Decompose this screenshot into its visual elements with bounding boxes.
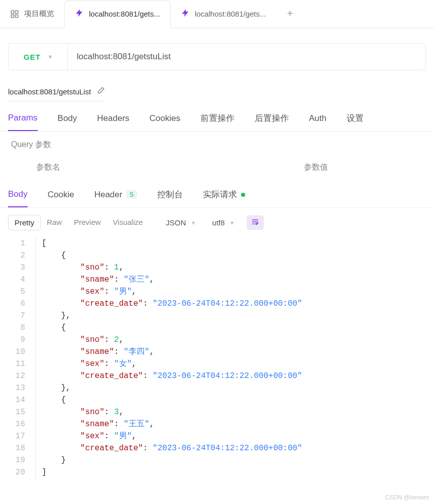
subtab-body[interactable]: Body (58, 113, 77, 131)
response-body-editor[interactable]: 1234567891011121314151617181920 [ { "sno… (0, 237, 434, 478)
request-name-row: localhost:8081/getstuList (8, 82, 105, 101)
url-input[interactable]: localhost:8081/getstuList (68, 52, 425, 62)
request-name: localhost:8081/getstuList (8, 87, 91, 96)
subtab-settings[interactable]: 设置 (347, 112, 364, 131)
tab-overview[interactable]: 项目概览 (0, 0, 64, 28)
query-section-label: Query 参数 (0, 132, 434, 158)
view-visualize[interactable]: Visualize (107, 215, 149, 230)
tab-active-label: localhost:8081/gets... (89, 10, 160, 18)
chevron-down-icon: ▾ (49, 53, 52, 60)
query-col-name: 参数名 (0, 162, 304, 173)
status-dot-icon (241, 193, 245, 197)
svg-rect-2 (11, 15, 14, 17)
resp-tab-body[interactable]: Body (8, 184, 28, 207)
format-select[interactable]: JSON ▾ (166, 218, 195, 227)
new-tab-button[interactable]: + (276, 8, 304, 20)
response-tabs: Body Cookie Header 5 控制台 实际请求 (0, 179, 434, 208)
request-subtabs: Params Body Headers Cookies 前置操作 后置操作 Au… (0, 101, 434, 132)
wrap-toggle[interactable] (247, 215, 264, 230)
view-pretty[interactable]: Pretty (8, 215, 41, 230)
method-label: GET (24, 53, 41, 61)
line-gutter: 1234567891011121314151617181920 (0, 237, 35, 478)
tab-other-label: localhost:8081/gets... (195, 10, 266, 18)
resp-tab-actual[interactable]: 实际请求 (203, 184, 245, 207)
subtab-auth[interactable]: Auth (309, 113, 327, 131)
query-col-value: 参数值 (304, 162, 328, 173)
code-content: [ { "sno": 1, "sname": "张三", "sex": "男",… (35, 237, 426, 478)
svg-rect-1 (16, 11, 18, 13)
tab-other[interactable]: localhost:8081/gets... (171, 0, 276, 28)
subtab-headers[interactable]: Headers (97, 113, 129, 131)
query-table-header: 参数名 参数值 (0, 158, 434, 179)
header-count-badge: 5 (126, 190, 137, 199)
subtab-cookies[interactable]: Cookies (150, 113, 180, 131)
chevron-down-icon: ▾ (231, 219, 234, 226)
subtab-pre[interactable]: 前置操作 (200, 112, 235, 131)
view-options-row: Pretty Raw Preview Visualize JSON ▾ utf8… (0, 208, 434, 237)
tab-overview-label: 项目概览 (24, 9, 54, 19)
subtab-params[interactable]: Params (8, 113, 38, 131)
encoding-select[interactable]: utf8 ▾ (212, 218, 234, 227)
subtab-post[interactable]: 后置操作 (255, 112, 289, 131)
grid-icon (10, 10, 19, 19)
view-mode-group: Pretty Raw Preview Visualize (8, 215, 149, 230)
bolt-icon (181, 9, 190, 19)
bolt-icon (75, 9, 84, 19)
request-bar: GET ▾ localhost:8081/getstuList (8, 43, 426, 70)
svg-rect-3 (16, 15, 18, 17)
view-raw[interactable]: Raw (41, 215, 68, 230)
resp-tab-cookie[interactable]: Cookie (48, 185, 74, 207)
view-preview[interactable]: Preview (68, 215, 106, 230)
svg-rect-0 (11, 11, 14, 13)
top-tab-bar: 项目概览 localhost:8081/gets... localhost:80… (0, 0, 434, 28)
resp-tab-console[interactable]: 控制台 (157, 184, 183, 207)
chevron-down-icon: ▾ (192, 219, 195, 226)
edit-icon[interactable] (96, 86, 105, 97)
method-select[interactable]: GET ▾ (9, 44, 68, 70)
tab-active[interactable]: localhost:8081/gets... (64, 1, 171, 28)
resp-tab-header[interactable]: Header 5 (94, 185, 137, 207)
